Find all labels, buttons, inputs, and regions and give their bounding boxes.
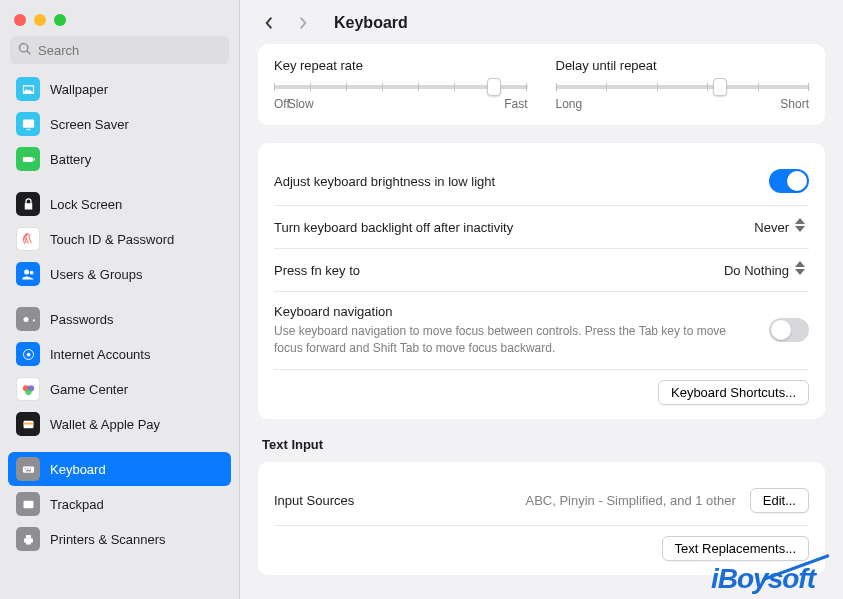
close-button[interactable] xyxy=(14,14,26,26)
fnkey-value: Do Nothing xyxy=(724,263,789,278)
row-brightness: Adjust keyboard brightness in low light xyxy=(274,157,809,206)
page-title: Keyboard xyxy=(334,14,408,32)
row-sublabel: Use keyboard navigation to move focus be… xyxy=(274,323,754,357)
brightness-toggle[interactable] xyxy=(769,169,809,193)
sidebar-item-battery[interactable]: Battery xyxy=(8,142,231,176)
slider-label: Delay until repeat xyxy=(556,58,810,73)
svg-rect-0 xyxy=(22,119,33,127)
svg-point-5 xyxy=(29,270,33,274)
sidebar-item-label: Keyboard xyxy=(50,462,106,477)
svg-rect-1 xyxy=(26,128,30,129)
sidebar-item-users[interactable]: Users & Groups xyxy=(8,257,231,291)
svg-rect-2 xyxy=(22,157,32,162)
svg-rect-19 xyxy=(23,500,33,508)
sidebar-item-label: Screen Saver xyxy=(50,117,129,132)
sidebar-item-internet[interactable]: Internet Accounts xyxy=(8,337,231,371)
keyboard-settings-panel: Adjust keyboard brightness in low light … xyxy=(258,143,825,419)
row-keyboard-nav: Keyboard navigation Use keyboard navigat… xyxy=(274,292,809,370)
svg-rect-16 xyxy=(27,468,28,469)
wallet-icon xyxy=(16,412,40,436)
backlight-stepper[interactable] xyxy=(795,218,809,236)
lock-icon xyxy=(16,192,40,216)
nav-back-button[interactable] xyxy=(260,14,278,32)
backlight-value: Never xyxy=(754,220,789,235)
keyboard-icon xyxy=(16,457,40,481)
screensaver-icon xyxy=(16,112,40,136)
sidebar-list: Wallpaper Screen Saver Battery Lock Scre… xyxy=(0,72,239,557)
fullscreen-button[interactable] xyxy=(54,14,66,26)
row-label: Keyboard navigation xyxy=(274,304,769,319)
sidebar-item-label: Battery xyxy=(50,152,91,167)
sidebar-item-label: Wallpaper xyxy=(50,82,108,97)
internet-icon xyxy=(16,342,40,366)
sidebar-item-screensaver[interactable]: Screen Saver xyxy=(8,107,231,141)
text-input-title: Text Input xyxy=(262,437,825,452)
slider-end-slow: Slow xyxy=(288,97,314,111)
search-icon xyxy=(18,42,32,59)
delay-slider[interactable] xyxy=(556,85,810,89)
slider-knob[interactable] xyxy=(487,78,501,96)
watermark: iBoysoft xyxy=(711,563,815,595)
row-fnkey: Press fn key to Do Nothing xyxy=(274,249,809,292)
fnkey-stepper[interactable] xyxy=(795,261,809,279)
delay-slider-block: Delay until repeat Long Short xyxy=(556,58,810,111)
svg-point-6 xyxy=(23,317,28,322)
svg-point-8 xyxy=(26,352,30,356)
svg-rect-22 xyxy=(26,541,31,544)
sidebar-item-label: Trackpad xyxy=(50,497,104,512)
edit-input-sources-button[interactable]: Edit... xyxy=(750,488,809,513)
svg-rect-13 xyxy=(23,422,33,424)
row-label: Press fn key to xyxy=(274,263,724,278)
key-repeat-slider-block: Key repeat rate Off Slow Fast xyxy=(274,58,528,111)
printers-icon xyxy=(16,527,40,551)
sidebar-item-keyboard[interactable]: Keyboard xyxy=(8,452,231,486)
sidebar-item-lockscreen[interactable]: Lock Screen xyxy=(8,187,231,221)
sidebar-item-gamecenter[interactable]: Game Center xyxy=(8,372,231,406)
row-input-sources: Input Sources ABC, Pinyin - Simplified, … xyxy=(274,476,809,526)
sidebar-item-label: Lock Screen xyxy=(50,197,122,212)
battery-icon xyxy=(16,147,40,171)
svg-rect-17 xyxy=(29,468,30,469)
row-label: Turn keyboard backlight off after inacti… xyxy=(274,220,754,235)
keyboard-shortcuts-button[interactable]: Keyboard Shortcuts... xyxy=(658,380,809,405)
slider-end-short: Short xyxy=(780,97,809,111)
sidebar-item-wallet[interactable]: Wallet & Apple Pay xyxy=(8,407,231,441)
nav-toggle[interactable] xyxy=(769,318,809,342)
sidebar-item-label: Internet Accounts xyxy=(50,347,150,362)
sidebar-item-label: Wallet & Apple Pay xyxy=(50,417,160,432)
search-field[interactable] xyxy=(38,43,221,58)
row-label: Adjust keyboard brightness in low light xyxy=(274,174,769,189)
text-replacements-button[interactable]: Text Replacements... xyxy=(662,536,809,561)
sidebar: Wallpaper Screen Saver Battery Lock Scre… xyxy=(0,0,240,599)
key-repeat-slider[interactable] xyxy=(274,85,528,89)
slider-label: Key repeat rate xyxy=(274,58,528,73)
slider-knob[interactable] xyxy=(713,78,727,96)
input-sources-value: ABC, Pinyin - Simplified, and 1 other xyxy=(525,493,735,508)
svg-rect-18 xyxy=(26,470,31,471)
sidebar-item-printers[interactable]: Printers & Scanners xyxy=(8,522,231,556)
sidebar-item-label: Passwords xyxy=(50,312,114,327)
trackpad-icon xyxy=(16,492,40,516)
sidebar-item-trackpad[interactable]: Trackpad xyxy=(8,487,231,521)
row-backlight: Turn keyboard backlight off after inacti… xyxy=(274,206,809,249)
passwords-icon xyxy=(16,307,40,331)
sidebar-item-wallpaper[interactable]: Wallpaper xyxy=(8,72,231,106)
svg-rect-21 xyxy=(26,535,31,538)
sidebar-item-label: Printers & Scanners xyxy=(50,532,166,547)
sidebar-item-touchid[interactable]: Touch ID & Password xyxy=(8,222,231,256)
svg-point-11 xyxy=(25,388,31,394)
search-input[interactable] xyxy=(10,36,229,64)
row-label: Input Sources xyxy=(274,493,525,508)
wallpaper-icon xyxy=(16,77,40,101)
sidebar-item-label: Touch ID & Password xyxy=(50,232,174,247)
nav-forward-button[interactable] xyxy=(294,14,312,32)
sidebar-item-label: Game Center xyxy=(50,382,128,397)
minimize-button[interactable] xyxy=(34,14,46,26)
sidebar-item-label: Users & Groups xyxy=(50,267,142,282)
sidebar-item-passwords[interactable]: Passwords xyxy=(8,302,231,336)
main-panel: Keyboard Key repeat rate Off Slow xyxy=(240,0,843,599)
svg-rect-3 xyxy=(33,158,34,161)
window-controls xyxy=(0,8,239,36)
header: Keyboard xyxy=(240,0,843,44)
users-icon xyxy=(16,262,40,286)
